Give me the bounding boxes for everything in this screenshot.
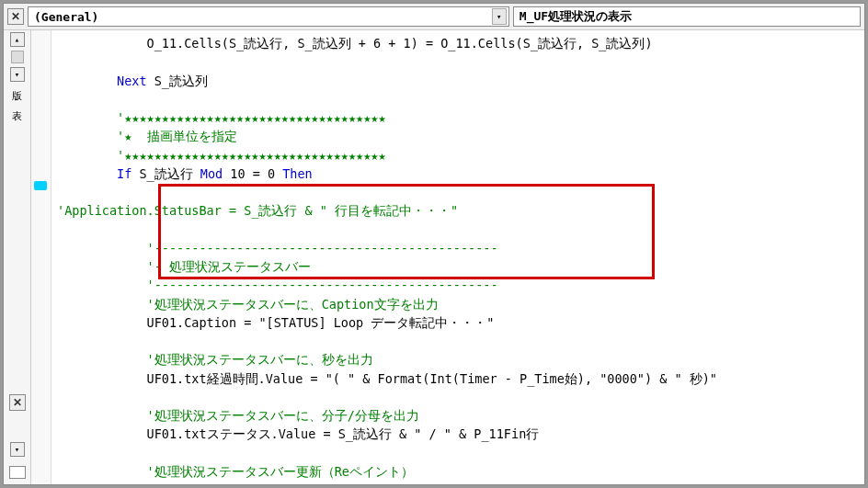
side-down-button[interactable]: ▾	[10, 67, 25, 82]
comment-line: '★★★★★★★★★★★★★★★★★★★★★★★★★★★★★★★★★★★	[57, 148, 386, 163]
side-up-button[interactable]: ▴	[10, 32, 25, 47]
object-combo-text: (General)	[34, 10, 98, 24]
keyword: Next	[57, 74, 154, 88]
procedure-combo[interactable]: M_UF処理状況の表示	[513, 6, 861, 27]
code-line: UF01.Repaint	[57, 482, 236, 484]
keyword: Then	[282, 166, 313, 181]
close-button-side[interactable]: ✕	[9, 394, 26, 411]
code-pane[interactable]: O_11.Cells(S_読込行, S_読込列 + 6 + 1) = O_11.…	[51, 30, 864, 484]
execution-marker-icon	[34, 181, 47, 190]
topbar: ✕ (General) ▾ M_UF処理状況の表示	[4, 4, 864, 30]
comment-line: '処理状況ステータスバーに、秒を出力	[57, 352, 373, 367]
comment-line: '- 処理状況ステータスバー	[57, 259, 311, 274]
comment-line: '★ 描画単位を指定	[57, 129, 237, 143]
code-text: 10 = 0	[230, 166, 282, 181]
object-combo[interactable]: (General) ▾	[28, 6, 509, 27]
vbe-window: ✕ (General) ▾ M_UF処理状況の表示 ▴ ▾ 版 表 ✕ ▾ O_…	[3, 3, 865, 485]
code-line: UF01.Caption = "[STATUS] Loop データ転記中・・・"	[57, 315, 495, 330]
comment-line: '---------------------------------------…	[57, 241, 498, 255]
comment-line: '処理状況ステータスバーに、Caption文字を出力	[57, 297, 439, 312]
keyword: Mod	[200, 166, 231, 181]
side-panel: ▴ ▾ 版 表 ✕ ▾	[4, 30, 31, 484]
code-line: S_読込列	[154, 74, 208, 88]
side-chevron-icon[interactable]: ▾	[10, 442, 25, 457]
close-button-top[interactable]: ✕	[7, 8, 24, 25]
side-stub	[11, 51, 24, 63]
comment-line: '処理状況ステータスバー更新（Reペイント）	[57, 464, 414, 479]
code-line: O_11.Cells(S_読込行, S_読込列 + 6 + 1) = O_11.…	[57, 36, 653, 51]
code-text: S_読込行	[139, 166, 200, 181]
comment-line: '処理状況ステータスバーに、分子/分母を出力	[57, 408, 419, 423]
comment-line: '---------------------------------------…	[57, 278, 498, 292]
code-line: UF01.txtステータス.Value = S_読込行 & " / " & P_…	[57, 426, 539, 441]
comment-line: '★★★★★★★★★★★★★★★★★★★★★★★★★★★★★★★★★★★	[57, 110, 386, 125]
procedure-combo-text: M_UF処理状況の表示	[520, 8, 632, 25]
comment-line: 'Application.StatusBar = S_読込行 & " 行目を転記…	[57, 203, 458, 218]
chevron-down-icon: ▾	[492, 8, 507, 25]
keyword: If	[57, 166, 139, 181]
side-label-1: 版	[12, 91, 22, 102]
side-box	[9, 466, 26, 479]
body: ▴ ▾ 版 表 ✕ ▾ O_11.Cells(S_読込行, S_読込列 + 6 …	[4, 30, 864, 484]
side-label-2: 表	[12, 111, 22, 122]
code-line: UF01.txt経過時間.Value = "( " & Format(Int(T…	[57, 371, 717, 386]
breakpoint-gutter[interactable]	[31, 30, 51, 484]
